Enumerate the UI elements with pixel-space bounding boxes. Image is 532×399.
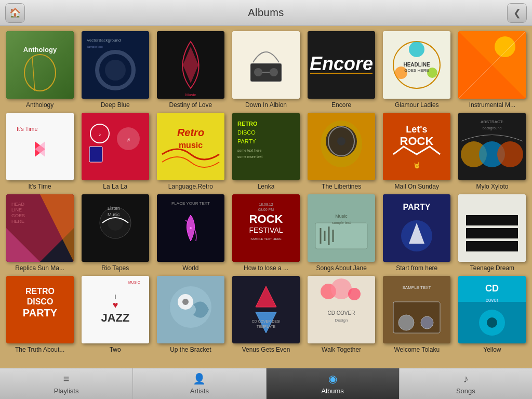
album-cover-walk: CD COVER Design <box>308 276 375 343</box>
page-title: Albums <box>248 7 284 19</box>
album-title-songs-jane: Songs About Jane <box>316 264 366 272</box>
tab-label-albums: Albums <box>321 387 343 395</box>
album-item-venus[interactable]: CD COVER DESI TEMPLATE Venus Gets Even <box>230 276 301 353</box>
album-cover-its-time: It's Time <box>6 113 74 180</box>
svg-point-54 <box>337 137 345 145</box>
svg-text:PARTY: PARTY <box>403 203 431 211</box>
album-title-anthology: Anthology <box>26 101 54 109</box>
album-item-encore[interactable]: Encore Encore <box>306 31 377 109</box>
album-item-start[interactable]: PARTY Start from here <box>381 194 453 272</box>
svg-point-64 <box>497 141 523 167</box>
svg-point-9 <box>105 60 126 81</box>
album-item-welcome[interactable]: SAMPLE TEXT Welcome Tolaku <box>381 276 453 353</box>
album-title-welcome: Welcome Tolaku <box>394 346 440 353</box>
album-item-world[interactable]: PLACE YOUR TEXT World <box>155 194 226 272</box>
album-item-mail[interactable]: Let's ROCK 🤘 Mail On Sunday <box>381 113 453 190</box>
svg-rect-100 <box>461 215 523 225</box>
svg-text:FESTIVAL: FESTIVAL <box>249 226 283 234</box>
album-title-truth: The Truth About... <box>15 346 64 353</box>
album-item-la-la[interactable]: ♪ ♬ La La La <box>79 113 151 190</box>
tab-artists[interactable]: 👤Artists <box>133 368 266 399</box>
svg-rect-88 <box>315 223 367 249</box>
svg-rect-19 <box>310 73 373 74</box>
album-cover-language: Retro music <box>157 113 224 180</box>
album-item-instrumental[interactable]: Instrumental M... <box>457 31 528 109</box>
svg-rect-101 <box>461 228 523 238</box>
album-item-destiny[interactable]: Music Destiny of Love <box>155 31 226 109</box>
album-title-up-bracket: Up the Bracket <box>170 346 211 353</box>
svg-text:MUSIC: MUSIC <box>128 281 140 284</box>
album-item-deep-blue[interactable]: VectorBackground sample text Deep Blue <box>79 31 151 109</box>
svg-text:♪: ♪ <box>98 131 101 137</box>
svg-text:Music: Music <box>185 92 196 97</box>
svg-text:some text here: some text here <box>237 149 261 152</box>
tab-playlists[interactable]: ≡Playlists <box>0 368 133 399</box>
svg-point-14 <box>254 68 262 76</box>
album-item-rio[interactable]: Listen Music Rio Tapes <box>79 194 151 272</box>
svg-point-132 <box>398 315 414 330</box>
tab-songs[interactable]: ♪Songs <box>400 368 532 399</box>
album-title-deep-blue: Deep Blue <box>101 101 130 109</box>
album-item-up-bracket[interactable]: Up the Bracket <box>155 276 226 353</box>
svg-text:Encore: Encore <box>310 53 373 74</box>
album-cover-two: I ♥ JAZZ MUSIC <box>82 276 149 343</box>
album-title-mylo: Mylo Xyloto <box>476 183 508 190</box>
back-button[interactable]: ❮ <box>507 3 527 23</box>
svg-text:CD COVER DESI: CD COVER DESI <box>251 320 280 323</box>
album-item-yellow[interactable]: CD cover Yellow <box>457 276 528 353</box>
album-title-language: Language.Retro <box>168 183 213 190</box>
album-title-lenka: Lenka <box>258 183 275 190</box>
svg-text:08.00 PM: 08.00 PM <box>258 208 274 211</box>
tab-albums[interactable]: ◉Albums <box>267 368 400 399</box>
album-cover-deep-blue: VectorBackground sample text <box>82 31 149 99</box>
album-title-yellow: Yellow <box>483 346 501 353</box>
album-title-walk: Walk Together <box>322 346 361 353</box>
album-item-libertines[interactable]: The Libertines <box>306 113 377 190</box>
tab-icon-albums: ◉ <box>328 373 337 385</box>
album-item-glamour[interactable]: HEADLINE GOES HERE Glamour Ladies <box>381 31 453 109</box>
album-title-world: World <box>182 264 198 272</box>
svg-rect-38 <box>89 147 102 162</box>
album-cover-lenka: RETRO DISCO PARTY some text here some mo… <box>232 113 300 180</box>
album-title-lose: How to lose a ... <box>244 264 288 272</box>
album-item-walk[interactable]: CD COVER Design Walk Together <box>306 276 377 353</box>
album-item-replica[interactable]: HEAD LINE GOES HERE Replica Sun Ma... <box>4 194 75 272</box>
album-item-language[interactable]: Retro music Language.Retro <box>155 113 226 190</box>
svg-point-126 <box>348 288 361 300</box>
albums-grid: Anthology Anthology VectorBackground sam… <box>4 31 528 353</box>
svg-text:TEMPLATE: TEMPLATE <box>257 325 276 328</box>
svg-text:some more text: some more text <box>237 155 262 158</box>
tab-label-artists: Artists <box>190 387 209 395</box>
svg-text:Retro: Retro <box>177 127 204 138</box>
svg-text:CD: CD <box>485 283 499 294</box>
svg-text:PARTY: PARTY <box>22 307 57 318</box>
svg-text:Design: Design <box>335 318 348 323</box>
album-title-venus: Venus Gets Even <box>242 346 290 353</box>
album-title-destiny: Destiny of Love <box>169 101 212 109</box>
album-item-teenage[interactable]: Teenage Dream <box>457 194 528 272</box>
tab-label-songs: Songs <box>456 387 475 395</box>
home-button[interactable]: 🏠 <box>5 3 25 23</box>
album-title-la-la: La La La <box>103 183 127 190</box>
svg-text:HEADLINE: HEADLINE <box>404 62 430 68</box>
svg-text:music: music <box>179 141 203 150</box>
album-item-two[interactable]: I ♥ JAZZ MUSIC Two <box>79 276 151 353</box>
album-item-anthology[interactable]: Anthology Anthology <box>4 31 75 109</box>
svg-point-133 <box>421 316 433 329</box>
album-item-mylo[interactable]: ABSTRACT: background Mylo Xyloto <box>457 113 528 190</box>
album-cover-mylo: ABSTRACT: background <box>458 113 526 180</box>
album-item-truth[interactable]: RETRO DISCO PARTY The Truth About... <box>4 276 75 353</box>
album-title-teenage: Teenage Dream <box>470 264 514 272</box>
album-title-replica: Replica Sun Ma... <box>15 264 64 272</box>
album-item-songs-jane[interactable]: Music sample text Songs About Jane <box>306 194 377 272</box>
album-item-down-albion[interactable]: Down In Albion <box>230 31 301 109</box>
album-item-lose[interactable]: 18.08.12 08.00 PM ROCK FESTIVAL SAMPLE T… <box>230 194 301 272</box>
svg-rect-103 <box>461 215 466 251</box>
tab-label-playlists: Playlists <box>54 387 79 395</box>
album-cover-welcome: SAMPLE TEXT <box>383 276 450 343</box>
album-item-its-time[interactable]: It's Time It's Time <box>4 113 75 190</box>
svg-text:PARTY: PARTY <box>237 138 256 144</box>
album-title-encore: Encore <box>331 101 351 109</box>
svg-point-139 <box>487 317 497 328</box>
album-item-lenka[interactable]: RETRO DISCO PARTY some text here some mo… <box>230 113 301 190</box>
